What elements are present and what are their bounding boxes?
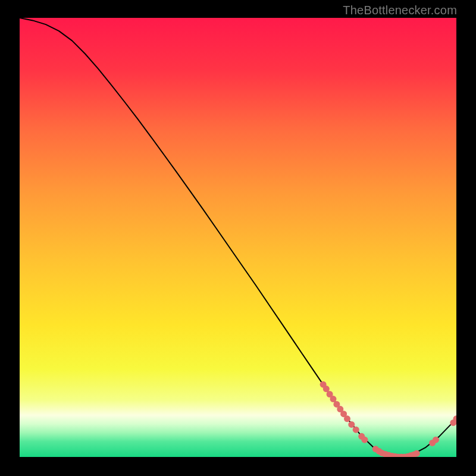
data-point xyxy=(348,421,355,428)
data-point xyxy=(344,415,350,422)
attribution-label: TheBottlenecker.com xyxy=(343,4,457,17)
data-point xyxy=(414,450,420,457)
chart-area xyxy=(20,18,456,457)
data-point xyxy=(361,437,368,443)
data-point xyxy=(353,427,359,433)
chart-svg xyxy=(20,18,456,457)
data-point xyxy=(433,437,439,443)
gradient-background xyxy=(20,18,456,457)
